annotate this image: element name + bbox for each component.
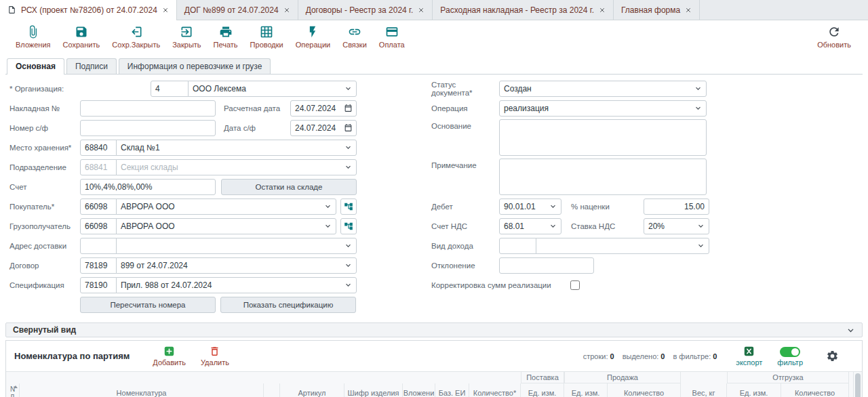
filter-toggle[interactable]: фильтр — [777, 346, 803, 367]
window-tab-main[interactable]: Главная форма — [614, 0, 700, 20]
column-header-sale-unit[interactable]: Ед. изм. — [564, 383, 608, 397]
window-tab-invoices[interactable]: Расходная накладная - Реестр за 2024 г. — [433, 0, 614, 20]
close-icon[interactable] — [685, 7, 692, 14]
export-button[interactable]: экспорт — [736, 346, 762, 367]
save-button[interactable]: Сохранить — [57, 25, 106, 49]
recalc-numbers-button[interactable]: Пересчитать номера — [80, 297, 216, 313]
scrollbar-thumb[interactable] — [855, 373, 861, 397]
income-type-select[interactable] — [536, 238, 709, 254]
toolbar-label: Связки — [342, 41, 367, 49]
postings-button[interactable]: Проводки — [244, 25, 290, 49]
column-header-weight[interactable]: Вес, кг — [681, 383, 727, 397]
print-button[interactable]: Печать — [208, 25, 244, 49]
calendar-icon[interactable] — [344, 104, 353, 112]
sf-date-field[interactable]: 24.07.2024 — [290, 120, 357, 136]
link-icon — [348, 25, 361, 39]
window-tab-label: Расходная накладная - Реестр за 2024 г. — [440, 5, 594, 15]
column-header-ship-unit[interactable]: Ед. изм. — [727, 383, 781, 397]
column-header-product-code[interactable]: Шифр изделия — [344, 383, 403, 397]
column-header-sale-quantity[interactable]: Количество — [608, 383, 681, 397]
tab-carrier-info[interactable]: Информация о перевозчике и грузе — [119, 58, 271, 74]
chevron-down-icon — [694, 85, 702, 92]
chevron-down-icon — [324, 203, 332, 210]
operations-button[interactable]: Операции — [290, 25, 336, 49]
vat-rate-select[interactable]: 20% — [644, 218, 709, 234]
close-icon[interactable] — [162, 7, 169, 14]
organization-select[interactable]: ООО Лексема — [188, 81, 357, 97]
nomenclature-grid: Номенклатура по партиям Добавить Удалить… — [5, 340, 863, 397]
close-icon[interactable] — [418, 7, 425, 14]
vat-account-select[interactable]: 68.01 — [499, 218, 561, 234]
stock-remains-button[interactable]: Остатки на складе — [221, 179, 357, 195]
operation-select[interactable]: реализация — [499, 100, 707, 117]
add-row-button[interactable]: Добавить — [153, 346, 186, 367]
buyer-select[interactable]: АВРОРА ООО — [116, 198, 336, 215]
contract-select[interactable]: 899 от 24.07.2024 — [116, 257, 357, 274]
markup-input[interactable] — [644, 198, 709, 215]
column-header-supply-unit[interactable]: Ед. изм. — [521, 383, 564, 397]
form-row-buttons: Пересчитать номера Показать спецификацию — [9, 295, 357, 314]
window-tab-contracts[interactable]: Договоры - Реестр за 2024 г. — [298, 0, 433, 20]
buyer-hierarchy-button[interactable] — [340, 198, 357, 215]
column-header-base-unit[interactable]: Баз. ЕИ — [435, 383, 469, 397]
correction-checkbox[interactable] — [570, 280, 580, 290]
deviation-input[interactable] — [499, 257, 594, 274]
status-select[interactable]: Создан — [499, 81, 707, 97]
column-header-num[interactable]: N п — [6, 383, 20, 397]
sf-no-input[interactable] — [80, 120, 216, 136]
note-textarea[interactable] — [499, 159, 707, 195]
specification-select[interactable]: Прил. 988 от 24.07.2024 — [116, 277, 357, 293]
delivery-address-select[interactable] — [116, 238, 357, 254]
tab-signatures[interactable]: Подписи — [66, 58, 117, 74]
column-header-attachment[interactable]: Вложени — [403, 383, 435, 397]
consignee-hierarchy-button[interactable] — [340, 218, 357, 234]
storage-code-field[interactable]: 68840 — [80, 140, 117, 156]
sf-no-label: Номер с/ф — [9, 124, 80, 132]
collapsed-view-bar[interactable]: Свернутый вид — [5, 322, 863, 337]
form-row-operation: Операция реализация — [431, 98, 709, 118]
window-tab-dog[interactable]: ДОГ №899 от 24.07.2024 — [177, 0, 298, 20]
document-content: Основная Подписи Информация о перевозчик… — [5, 58, 863, 397]
close-icon[interactable] — [599, 7, 606, 14]
document-form: * Организация: 4 ООО Лексема Накладная №… — [5, 75, 863, 318]
organization-code-field[interactable]: 4 — [151, 81, 189, 97]
column-header-article[interactable]: Артикул — [280, 383, 344, 397]
close-icon[interactable] — [283, 7, 290, 14]
deb it-value: 90.01.01 — [504, 202, 536, 211]
close-document-button[interactable]: Закрыть — [166, 25, 207, 49]
toggle-on-icon[interactable] — [780, 347, 800, 357]
attachments-button[interactable]: Вложения — [9, 25, 57, 49]
buyer-code-field[interactable]: 66098 — [80, 198, 117, 215]
basis-textarea[interactable] — [499, 119, 707, 156]
grid-settings-button[interactable] — [826, 350, 839, 362]
window-tab-rsx[interactable]: РСХ (проект №78206) от 24.07.2024 — [0, 0, 177, 20]
account-input[interactable] — [80, 179, 216, 195]
links-button[interactable]: Связки — [336, 25, 373, 49]
payment-button[interactable]: Оплата — [373, 25, 411, 49]
save-close-button[interactable]: Сохр.Закрыть — [106, 25, 166, 49]
debit-select[interactable]: 90.01.01 — [499, 198, 561, 215]
calendar-icon[interactable] — [344, 123, 353, 132]
invoice-no-input[interactable] — [80, 100, 216, 117]
specification-code-field[interactable]: 78190 — [80, 277, 117, 293]
show-specification-button[interactable]: Показать спецификацию — [220, 297, 356, 313]
calc-date-field[interactable]: 24.07.2024 — [290, 100, 357, 117]
window-tab-bar: РСХ (проект №78206) от 24.07.2024 ДОГ №8… — [0, 0, 868, 20]
save-close-icon — [130, 25, 143, 39]
vertical-scrollbar[interactable] — [853, 372, 862, 397]
income-type-code-field[interactable] — [499, 238, 536, 254]
column-header-nomenclature[interactable]: Номенклатура — [20, 383, 264, 397]
account-label: Счет — [9, 183, 80, 191]
contract-code-field[interactable]: 78189 — [80, 257, 117, 274]
chevron-down-icon — [344, 163, 352, 171]
storage-select[interactable]: Склад №1 — [116, 140, 357, 156]
refresh-button[interactable]: Обновить — [811, 25, 857, 49]
delivery-address-code-field[interactable] — [80, 238, 117, 254]
delete-row-button[interactable]: Удалить — [201, 346, 229, 367]
consignee-select[interactable]: АВРОРА ООО — [116, 218, 336, 234]
tab-main[interactable]: Основная — [7, 58, 64, 74]
column-header-quantity[interactable]: Количество* — [469, 383, 521, 397]
chevron-down-icon — [324, 222, 332, 230]
column-header-ship-quantity[interactable]: Количество — [781, 383, 849, 397]
consignee-code-field[interactable]: 66098 — [80, 218, 117, 234]
